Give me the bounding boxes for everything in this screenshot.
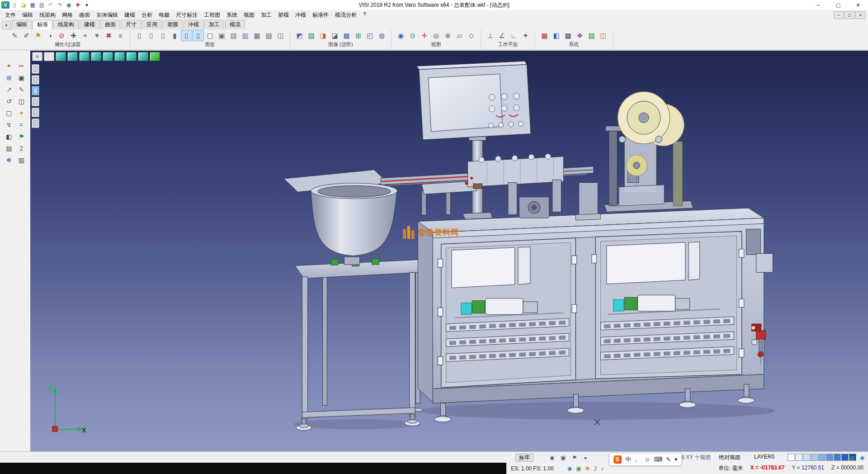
sidebar-tool-icon[interactable]: ▤ bbox=[3, 143, 15, 153]
toolbar-icon[interactable]: ▢ bbox=[204, 30, 216, 41]
toolbar-icon[interactable]: ⊘ bbox=[56, 30, 67, 41]
quick-access-icon[interactable]: ▾ bbox=[83, 1, 91, 9]
view-cube-icon[interactable] bbox=[114, 52, 125, 61]
menu-item[interactable]: 系统 bbox=[223, 10, 241, 20]
close-button[interactable]: ✕ bbox=[848, 0, 868, 10]
toolbar-icon[interactable]: ▤ bbox=[228, 30, 239, 41]
toolbar-icon[interactable]: ▥ bbox=[240, 30, 251, 41]
ribbon-tab[interactable]: 线架构 bbox=[53, 20, 79, 29]
color-swatch[interactable] bbox=[788, 454, 795, 461]
toolbar-icon[interactable]: ≡ bbox=[115, 30, 126, 41]
toolbar-icon[interactable]: ◨ bbox=[317, 30, 329, 41]
view-cube-icon[interactable] bbox=[150, 52, 160, 61]
menu-item[interactable]: 冲模 bbox=[292, 10, 309, 20]
menu-item[interactable]: 尺寸标注 bbox=[173, 10, 201, 20]
toolbar-icon[interactable]: ◧ bbox=[551, 30, 562, 41]
ime-tool-icon[interactable]: ▾ bbox=[675, 456, 678, 463]
ribbon-tab[interactable]: 应用 bbox=[142, 20, 162, 29]
sidebar-tool-icon[interactable]: ✂ bbox=[16, 61, 28, 71]
toolbar-icon[interactable]: ◇ bbox=[466, 30, 477, 41]
mdi-minimize-button[interactable]: ─ bbox=[834, 11, 844, 19]
sidebar-tool-icon[interactable]: ▢ bbox=[3, 108, 15, 118]
toolbar-icon[interactable]: ∠ bbox=[496, 30, 508, 41]
view-cube-icon[interactable] bbox=[79, 52, 90, 61]
view-cube-icon[interactable]: ≡ bbox=[32, 52, 42, 61]
view-strip-icon[interactable] bbox=[32, 64, 39, 74]
menu-item[interactable]: 塑模 bbox=[275, 10, 292, 20]
menu-item[interactable]: ? bbox=[360, 10, 369, 20]
menu-item[interactable]: 文件 bbox=[2, 10, 19, 20]
status-icon[interactable]: ⚑ bbox=[571, 454, 579, 462]
toolbar-icon[interactable]: ▼ bbox=[91, 30, 103, 41]
toolbar-icon[interactable]: ◫ bbox=[275, 30, 286, 41]
toolbar-icon[interactable]: ◎ bbox=[430, 30, 442, 41]
view-cube-icon[interactable] bbox=[44, 52, 54, 61]
ime-tool-icon[interactable]: ✎ bbox=[666, 456, 671, 463]
view-strip-icon[interactable] bbox=[32, 75, 39, 85]
color-swatch[interactable] bbox=[841, 454, 849, 461]
toolbar-icon[interactable]: ✛ bbox=[419, 30, 430, 41]
toolbar-icon[interactable]: ⊙ bbox=[407, 30, 418, 41]
status-corner-icon[interactable]: ◉ bbox=[858, 454, 866, 462]
status-icon[interactable]: ▸ bbox=[582, 454, 590, 462]
view-cube-icon[interactable] bbox=[138, 52, 148, 61]
status-icon[interactable]: ◉ bbox=[548, 454, 556, 462]
mdi-close-button[interactable]: ✕ bbox=[855, 11, 865, 19]
ribbon-tab[interactable]: 建模 bbox=[80, 20, 99, 29]
ime-logo-icon[interactable]: S bbox=[613, 455, 622, 464]
ribbon-tab[interactable]: 曲面 bbox=[100, 20, 120, 29]
menu-item[interactable]: 编辑 bbox=[19, 10, 36, 20]
menu-item[interactable]: 视图 bbox=[241, 10, 258, 20]
sidebar-tool-icon[interactable]: ⌗ bbox=[16, 119, 28, 130]
toolbar-icon[interactable]: ◉ bbox=[395, 30, 406, 41]
color-swatch[interactable] bbox=[818, 454, 826, 461]
toolbar-icon[interactable]: ✐ bbox=[21, 30, 32, 41]
toolbar-icon[interactable]: ▯ bbox=[193, 30, 204, 41]
color-swatch[interactable] bbox=[803, 454, 810, 461]
sidebar-tool-icon[interactable]: ▣ bbox=[16, 72, 28, 83]
ribbon-tab[interactable]: 塑膜 bbox=[163, 20, 183, 29]
toolbar-icon[interactable]: ✖ bbox=[103, 30, 114, 41]
tray-icon[interactable]: 2 bbox=[594, 465, 597, 472]
view-strip-icon[interactable] bbox=[32, 97, 39, 106]
sidebar-tool-icon[interactable]: ↗ bbox=[3, 84, 15, 95]
toolbar-icon[interactable]: ✚ bbox=[68, 30, 79, 41]
sidebar-tool-icon[interactable]: ↯ bbox=[3, 119, 15, 130]
view-cube-icon[interactable] bbox=[103, 52, 113, 61]
toolbar-icon[interactable]: ⊥ bbox=[485, 30, 496, 41]
lock-toggle[interactable]: 拴牢 bbox=[515, 454, 533, 462]
quick-access-icon[interactable]: ◉ bbox=[65, 1, 73, 9]
toolbar-icon[interactable]: ▣ bbox=[216, 30, 227, 41]
view-cube-icon[interactable] bbox=[56, 52, 66, 61]
menu-item[interactable]: 线架构 bbox=[36, 10, 59, 20]
toolbar-icon[interactable]: ▯ bbox=[181, 30, 192, 41]
mdi-restore-button[interactable]: ▢ bbox=[844, 11, 854, 19]
tray-icon[interactable]: ▣ bbox=[576, 465, 581, 472]
menu-item[interactable]: 网格 bbox=[59, 10, 76, 20]
menu-item[interactable]: 工程图 bbox=[201, 10, 223, 20]
toolbar-icon[interactable]: ▯ bbox=[157, 30, 169, 41]
quick-access-icon[interactable]: ▥ bbox=[38, 1, 46, 9]
toolbar-icon[interactable]: ▦ bbox=[251, 30, 263, 41]
ribbon-tab[interactable]: 模流 bbox=[225, 20, 245, 29]
quick-access-icon[interactable]: ◪ bbox=[19, 1, 28, 9]
toolbar-icon[interactable]: ⊕ bbox=[442, 30, 453, 41]
menu-item[interactable]: 模流分析 bbox=[332, 10, 360, 20]
toolbar-icon[interactable]: ▩ bbox=[562, 30, 574, 41]
sidebar-tool-icon[interactable]: ✎ bbox=[16, 84, 28, 95]
toolbar-icon[interactable]: ◫ bbox=[598, 30, 609, 41]
sidebar-tool-icon[interactable]: ◫ bbox=[16, 96, 28, 106]
ribbon-tab[interactable]: 编辑 bbox=[12, 20, 32, 29]
menu-item[interactable]: 标准件 bbox=[309, 10, 332, 20]
color-swatch[interactable] bbox=[834, 454, 841, 461]
status-icon[interactable]: ▣ bbox=[559, 454, 567, 462]
toolbar-icon[interactable]: ◰ bbox=[364, 30, 376, 41]
view-strip-icon[interactable] bbox=[32, 86, 39, 95]
toolbar-icon[interactable]: ✎ bbox=[9, 30, 20, 41]
minimize-button[interactable]: ─ bbox=[808, 0, 828, 10]
sidebar-tool-icon[interactable]: ⌖ bbox=[3, 61, 15, 71]
toolbar-icon[interactable]: ⌖ bbox=[80, 30, 91, 41]
ime-tool-icon[interactable]: ☺ bbox=[644, 456, 650, 463]
menu-item[interactable]: 曲面 bbox=[76, 10, 93, 20]
3d-viewport[interactable]: Z X ≡ 誉造资料网 bbox=[30, 51, 868, 451]
